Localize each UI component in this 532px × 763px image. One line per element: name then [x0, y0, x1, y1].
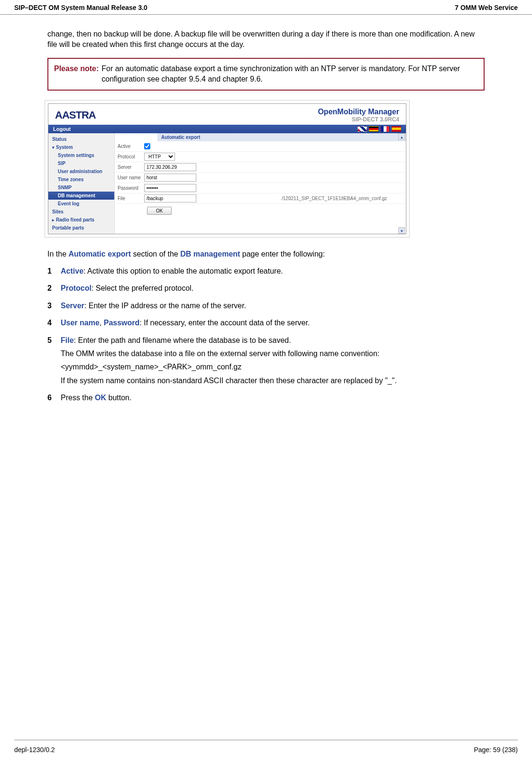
- brand-logo: AASTRA: [55, 109, 96, 121]
- app-title: OpenMobility Manager: [318, 108, 399, 116]
- item1-bold: Active: [61, 267, 83, 275]
- app-header: AASTRA OpenMobility Manager SIP-DECT 3.0…: [48, 104, 406, 125]
- sidebar-item-system[interactable]: ▾System: [48, 143, 114, 151]
- app-window: AASTRA OpenMobility Manager SIP-DECT 3.0…: [48, 103, 406, 234]
- flag-de-icon[interactable]: [369, 126, 378, 132]
- intro-line: In the Automatic export section of the D…: [47, 249, 485, 259]
- file-input[interactable]: [144, 194, 196, 202]
- sidebar-item-user-admin[interactable]: User administration: [48, 167, 114, 175]
- app-body: Status ▾System System settings SIP User …: [48, 133, 406, 234]
- item3-bold: Server: [61, 302, 84, 310]
- form-row-protocol: Protocol HTTP: [115, 152, 406, 162]
- server-input[interactable]: [144, 163, 196, 171]
- form-row-file: File /120211_SIP_DECT_1F1E18EBA4_omm_con…: [115, 193, 406, 204]
- active-checkbox[interactable]: [144, 143, 150, 149]
- item5-p4: If the system name contains non-standard…: [61, 376, 485, 386]
- list-item-2: 2 Protocol: Select the preferred protoco…: [47, 283, 485, 294]
- scroll-down-icon[interactable]: ▾: [398, 227, 405, 234]
- sidebar: Status ▾System System settings SIP User …: [48, 133, 115, 234]
- footer-left: depl-1230/0.2: [14, 746, 55, 754]
- list-item-3: 3 Server: Enter the IP address or the na…: [47, 301, 485, 311]
- sidebar-item-event-log[interactable]: Event log: [48, 200, 114, 208]
- item4-bold2: Password: [104, 319, 140, 327]
- sidebar-item-portable[interactable]: Portable parts: [48, 224, 114, 232]
- ok-row: OK: [115, 204, 406, 220]
- scroll-up-icon[interactable]: ▴: [398, 133, 405, 140]
- note-label: Please note:: [54, 64, 99, 85]
- chevron-right-icon: ▸: [52, 218, 56, 222]
- item2-bold: Protocol: [61, 284, 92, 292]
- sidebar-item-sites[interactable]: Sites: [48, 208, 114, 216]
- sidebar-item-system-settings[interactable]: System settings: [48, 151, 114, 159]
- username-label: User name: [115, 174, 144, 182]
- list-item-5: 5 File: Enter the path and filename wher…: [47, 335, 485, 386]
- server-label: Server: [115, 163, 144, 171]
- ok-button[interactable]: OK: [147, 207, 172, 215]
- form-row-username: User name: [115, 173, 406, 183]
- logout-bar: Logout: [48, 125, 406, 133]
- sidebar-item-status[interactable]: Status: [48, 135, 114, 143]
- instruction-list: 1 Active: Activate this option to enable…: [47, 266, 485, 404]
- active-label: Active: [115, 142, 144, 150]
- form-row-server: Server: [115, 162, 406, 173]
- sidebar-item-snmp[interactable]: SNMP: [48, 184, 114, 192]
- footer-right: Page: 59 (238): [474, 746, 518, 754]
- username-input[interactable]: [144, 174, 196, 182]
- list-item-4: 4 User name, Password: If necessary, ent…: [47, 318, 485, 328]
- sidebar-item-radio[interactable]: ▸Radio fixed parts: [48, 216, 114, 224]
- header-left: SIP–DECT OM System Manual Release 3.0: [14, 4, 147, 11]
- sidebar-item-time-zones[interactable]: Time zones: [48, 175, 114, 184]
- form-row-active: Active: [115, 141, 406, 152]
- language-flags: [358, 126, 401, 132]
- item4-bold1: User name: [61, 319, 100, 327]
- item5-p3: <yymmdd>_<system_name>_<PARK>_omm_conf.g…: [61, 362, 485, 372]
- flag-es-icon[interactable]: [392, 126, 401, 132]
- section-header: Automatic export: [157, 133, 406, 141]
- protocol-select[interactable]: HTTP: [144, 153, 175, 161]
- intro-bold-2: DB management: [180, 250, 240, 258]
- file-suffix: /120211_SIP_DECT_1F1E18EBA4_omm_conf.gz: [196, 196, 387, 201]
- page-footer: depl-1230/0.2 Page: 59 (238): [14, 740, 518, 754]
- sidebar-item-db-management[interactable]: DB management: [48, 192, 114, 200]
- file-label: File: [115, 194, 144, 202]
- chevron-down-icon: ▾: [52, 145, 56, 150]
- top-paragraph: change, then no backup will be done. A b…: [47, 29, 485, 50]
- sidebar-item-sip[interactable]: SIP: [48, 159, 114, 167]
- password-label: Password: [115, 184, 144, 192]
- item5-bold: File: [61, 336, 74, 344]
- main-panel: ▴ Automatic export Active Protocol HTTP …: [115, 133, 406, 234]
- page-header: SIP–DECT OM System Manual Release 3.0 7 …: [0, 0, 532, 15]
- item6-bold: OK: [95, 394, 106, 402]
- protocol-label: Protocol: [115, 153, 144, 161]
- item5-p2: The OMM writes the database into a file …: [61, 349, 485, 359]
- flag-fr-icon[interactable]: [380, 126, 390, 132]
- list-item-1: 1 Active: Activate this option to enable…: [47, 266, 485, 276]
- note-text: For an automatic database export a time …: [101, 64, 478, 85]
- logout-link[interactable]: Logout: [53, 126, 71, 132]
- app-subtitle: SIP-DECT 3.0RC4: [318, 116, 399, 123]
- list-item-6: 6 Press the OK button.: [47, 393, 485, 403]
- form-row-password: Password: [115, 183, 406, 193]
- screenshot-frame: AASTRA OpenMobility Manager SIP-DECT 3.0…: [45, 100, 410, 238]
- password-input[interactable]: [144, 184, 196, 192]
- app-title-block: OpenMobility Manager SIP-DECT 3.0RC4: [318, 108, 399, 123]
- intro-bold-1: Automatic export: [68, 250, 131, 258]
- note-box: Please note: For an automatic database e…: [47, 58, 485, 91]
- header-right: 7 OMM Web Service: [455, 4, 518, 11]
- flag-uk-icon[interactable]: [358, 126, 367, 132]
